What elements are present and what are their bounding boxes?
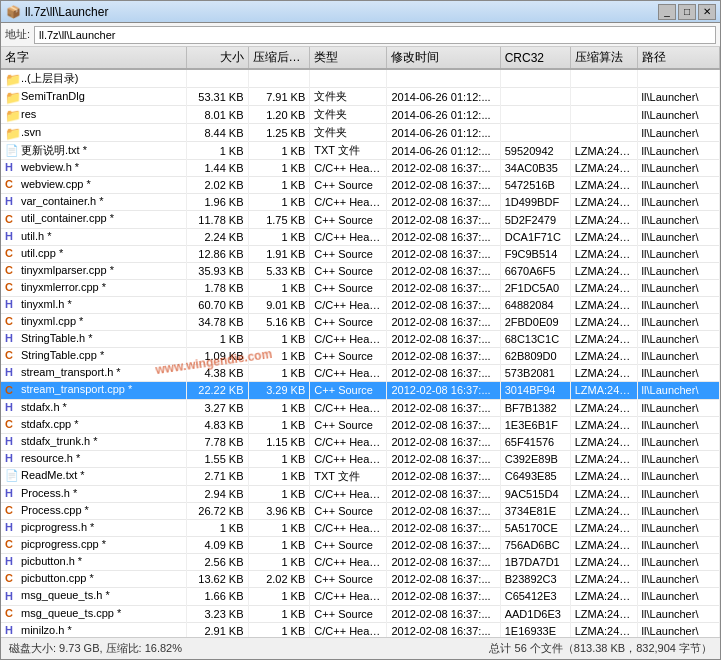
cell-compress: LZMA:24 7zAES:19 <box>570 433 637 450</box>
table-row[interactable]: Cutil_container.cpp * 11.78 KB 1.75 KB C… <box>1 211 720 228</box>
table-row[interactable]: 📄ReadMe.txt * 2.71 KB 1 KB TXT 文件 2012-0… <box>1 467 720 485</box>
cell-packed <box>248 69 310 88</box>
cell-crc: 9AC515D4 <box>500 485 570 502</box>
table-row[interactable]: Cstream_transport.cpp * 22.22 KB 3.29 KB… <box>1 382 720 399</box>
file-icon: H <box>5 230 19 244</box>
cell-modified: 2012-02-08 16:37:... <box>387 228 500 245</box>
table-row[interactable]: Ctinyxmlparser.cpp * 35.93 KB 5.33 KB C+… <box>1 262 720 279</box>
cell-path: ll\Launcher\ <box>637 365 719 382</box>
cell-modified: 2014-06-26 01:12:... <box>387 106 500 124</box>
address-input[interactable] <box>34 26 716 44</box>
table-row[interactable]: Hpicbutton.h * 2.56 KB 1 KB C/C++ Header… <box>1 554 720 571</box>
cell-compress: LZMA:24 7zAES:19 <box>570 279 637 296</box>
cell-type: 文件夹 <box>310 106 387 124</box>
cell-size: 2.71 KB <box>186 467 248 485</box>
table-row[interactable]: Hstream_transport.h * 4.38 KB 1 KB C/C++… <box>1 365 720 382</box>
cell-path: ll\Launcher\ <box>637 314 719 331</box>
table-row[interactable]: Htinyxml.h * 60.70 KB 9.01 KB C/C++ Head… <box>1 296 720 313</box>
minimize-button[interactable]: _ <box>658 4 676 20</box>
table-row[interactable]: CProcess.cpp * 26.72 KB 3.96 KB C++ Sour… <box>1 502 720 519</box>
cell-packed: 1 KB <box>248 228 310 245</box>
col-header-size[interactable]: 大小 <box>186 47 248 69</box>
file-icon: H <box>5 298 19 312</box>
file-list-container[interactable]: 名字 大小 压缩后大小 类型 修改时间 CRC32 压缩算法 路径 📁..(上层… <box>1 47 720 637</box>
cell-name: Cstream_transport.cpp * <box>1 382 186 399</box>
cell-compress: LZMA:24 7zAES:19 <box>570 262 637 279</box>
cell-path: ll\Launcher\ <box>637 537 719 554</box>
cell-type: C++ Source <box>310 262 387 279</box>
table-row[interactable]: HStringTable.h * 1 KB 1 KB C/C++ Header … <box>1 331 720 348</box>
file-table: 名字 大小 压缩后大小 类型 修改时间 CRC32 压缩算法 路径 📁..(上层… <box>1 47 720 637</box>
table-row[interactable]: Cpicbutton.cpp * 13.62 KB 2.02 KB C++ So… <box>1 571 720 588</box>
cell-size: 4.83 KB <box>186 416 248 433</box>
table-row[interactable]: Hutil.h * 2.24 KB 1 KB C/C++ Header 2012… <box>1 228 720 245</box>
table-row[interactable]: 📁.svn 8.44 KB 1.25 KB 文件夹 2014-06-26 01:… <box>1 124 720 142</box>
cell-size: 1.44 KB <box>186 160 248 177</box>
table-row[interactable]: Hmsg_queue_ts.h * 1.66 KB 1 KB C/C++ Hea… <box>1 588 720 605</box>
cell-compress: LZMA:24 7zAES:19 <box>570 450 637 467</box>
cell-packed: 3.96 KB <box>248 502 310 519</box>
cell-modified: 2012-02-08 16:37:... <box>387 177 500 194</box>
cell-type: C++ Source <box>310 416 387 433</box>
file-icon: C <box>5 178 19 192</box>
cell-path: ll\Launcher\ <box>637 485 719 502</box>
cell-size: 2.24 KB <box>186 228 248 245</box>
table-row[interactable]: Cpicprogress.cpp * 4.09 KB 1 KB C++ Sour… <box>1 537 720 554</box>
maximize-button[interactable]: □ <box>678 4 696 20</box>
table-row[interactable]: Ctinyxmlerror.cpp * 1.78 KB 1 KB C++ Sou… <box>1 279 720 296</box>
table-row[interactable]: Hwebview.h * 1.44 KB 1 KB C/C++ Header 2… <box>1 160 720 177</box>
table-row[interactable]: 📁SemiTranDlg 53.31 KB 7.91 KB 文件夹 2014-0… <box>1 88 720 106</box>
cell-type: C/C++ Header <box>310 554 387 571</box>
cell-type: C/C++ Header <box>310 622 387 637</box>
cell-size: 35.93 KB <box>186 262 248 279</box>
cell-crc: 34AC0B35 <box>500 160 570 177</box>
close-button[interactable]: ✕ <box>698 4 716 20</box>
cell-packed: 1.15 KB <box>248 433 310 450</box>
table-row[interactable]: Cwebview.cpp * 2.02 KB 1 KB C++ Source 2… <box>1 177 720 194</box>
table-row[interactable]: Hpicprogress.h * 1 KB 1 KB C/C++ Header … <box>1 520 720 537</box>
table-row[interactable]: Hstdafx_trunk.h * 7.78 KB 1.15 KB C/C++ … <box>1 433 720 450</box>
cell-name: Ctinyxmlerror.cpp * <box>1 279 186 296</box>
table-row[interactable]: 📄更新说明.txt * 1 KB 1 KB TXT 文件 2014-06-26 … <box>1 142 720 160</box>
table-row[interactable]: Ctinyxml.cpp * 34.78 KB 5.16 KB C++ Sour… <box>1 314 720 331</box>
cell-type: C/C++ Header <box>310 399 387 416</box>
cell-path: ll\Launcher\ <box>637 348 719 365</box>
cell-type: C/C++ Header <box>310 433 387 450</box>
cell-path: ll\Launcher\ <box>637 399 719 416</box>
cell-compress: LZMA:24 7zAES:19 <box>570 228 637 245</box>
cell-name: CProcess.cpp * <box>1 502 186 519</box>
cell-size: 2.91 KB <box>186 622 248 637</box>
col-header-packed[interactable]: 压缩后大小 <box>248 47 310 69</box>
cell-compress: LZMA:24 7zAES:19 <box>570 554 637 571</box>
cell-size: 2.02 KB <box>186 177 248 194</box>
table-row[interactable]: CStringTable.cpp * 1.09 KB 1 KB C++ Sour… <box>1 348 720 365</box>
col-header-type[interactable]: 类型 <box>310 47 387 69</box>
table-row[interactable]: Hresource.h * 1.55 KB 1 KB C/C++ Header … <box>1 450 720 467</box>
table-row[interactable]: Hvar_container.h * 1.96 KB 1 KB C/C++ He… <box>1 194 720 211</box>
file-icon: H <box>5 487 19 501</box>
cell-packed: 1 KB <box>248 331 310 348</box>
col-header-compress[interactable]: 压缩算法 <box>570 47 637 69</box>
table-row[interactable]: Hminilzo.h * 2.91 KB 1 KB C/C++ Header 2… <box>1 622 720 637</box>
col-header-name[interactable]: 名字 <box>1 47 186 69</box>
file-icon: H <box>5 435 19 449</box>
table-row[interactable]: HProcess.h * 2.94 KB 1 KB C/C++ Header 2… <box>1 485 720 502</box>
file-icon: C <box>5 349 19 363</box>
cell-type: C++ Source <box>310 571 387 588</box>
table-row[interactable]: Cmsg_queue_ts.cpp * 3.23 KB 1 KB C++ Sou… <box>1 605 720 622</box>
cell-compress: LZMA:24 7zAES:19 <box>570 160 637 177</box>
table-row[interactable]: Cstdafx.cpp * 4.83 KB 1 KB C++ Source 20… <box>1 416 720 433</box>
table-row[interactable]: 📁..(上层目录) <box>1 69 720 88</box>
table-row[interactable]: Cutil.cpp * 12.86 KB 1.91 KB C++ Source … <box>1 245 720 262</box>
cell-size: 1.66 KB <box>186 588 248 605</box>
cell-size: 4.09 KB <box>186 537 248 554</box>
table-row[interactable]: 📁res 8.01 KB 1.20 KB 文件夹 2014-06-26 01:1… <box>1 106 720 124</box>
cell-crc: 2F1DC5A0 <box>500 279 570 296</box>
cell-type: C/C++ Header <box>310 450 387 467</box>
cell-name: Cpicbutton.cpp * <box>1 571 186 588</box>
col-header-crc[interactable]: CRC32 <box>500 47 570 69</box>
col-header-modified[interactable]: 修改时间 <box>387 47 500 69</box>
table-row[interactable]: Hstdafx.h * 3.27 KB 1 KB C/C++ Header 20… <box>1 399 720 416</box>
cell-size: 1.55 KB <box>186 450 248 467</box>
col-header-path[interactable]: 路径 <box>637 47 719 69</box>
